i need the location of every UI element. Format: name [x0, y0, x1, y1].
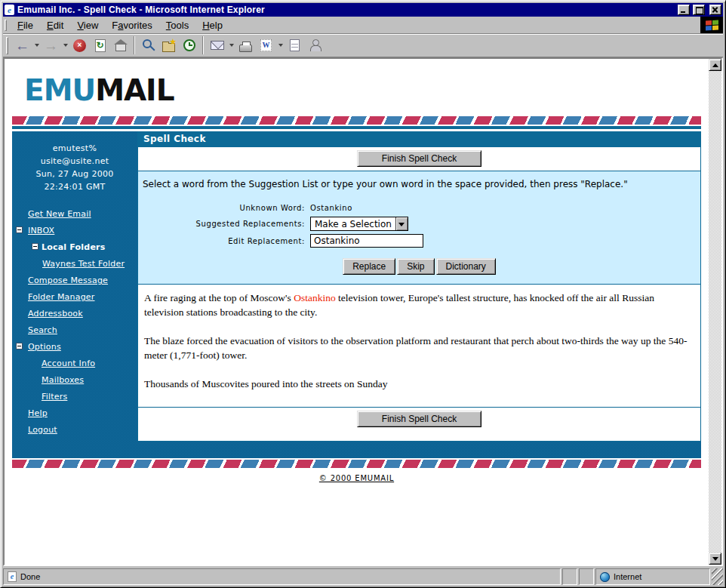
windows-logo-icon	[700, 17, 723, 33]
search-button[interactable]	[138, 35, 158, 55]
copyright: © 2000 EMUMAIL	[5, 474, 709, 482]
scroll-down-button[interactable]	[709, 553, 721, 565]
edit-replacement-label: Edit Replacement:	[138, 237, 310, 245]
word-edit-icon: W	[260, 39, 272, 51]
messenger-icon	[309, 39, 321, 51]
security-zone-pane: Internet	[595, 568, 710, 585]
scroll-up-button[interactable]	[709, 59, 721, 71]
finish-row-bottom: Finish Spell Check	[138, 408, 700, 441]
scrollbar-track[interactable]	[709, 71, 721, 553]
suggested-replacements-select[interactable]: Make a Selection	[310, 217, 408, 231]
sidebar-item-addressbook[interactable]: Addressbook	[12, 309, 137, 319]
menu-help[interactable]: Help	[195, 18, 229, 32]
zone-label: Internet	[614, 572, 641, 581]
mail-button[interactable]	[207, 35, 227, 55]
teal-footer-bar	[12, 442, 701, 458]
back-button[interactable]: ←	[12, 35, 32, 55]
forward-dropdown-button[interactable]	[61, 35, 69, 55]
status-pane-empty-1	[562, 568, 577, 585]
finish-spell-check-button-bottom[interactable]: Finish Spell Check	[357, 411, 481, 427]
stop-icon: ×	[73, 39, 86, 52]
status-bar: e Done Internet	[3, 568, 723, 585]
print-icon	[239, 45, 252, 52]
sidebar-item-folder-manager[interactable]: Folder Manager	[12, 292, 137, 302]
sidebar-item-search[interactable]: Search	[12, 325, 137, 335]
print-button[interactable]	[235, 35, 256, 55]
chevron-down-icon	[63, 44, 68, 49]
history-icon	[183, 39, 195, 51]
favorites-button[interactable]: ★	[158, 35, 179, 55]
edit-replacement-input[interactable]	[310, 234, 423, 248]
sidebar-item-waynes-test-folder[interactable]: Waynes Test Folder	[12, 259, 137, 269]
messenger-button[interactable]	[305, 35, 325, 55]
maximize-button[interactable]	[693, 5, 705, 15]
instruction-text: Select a word from the Suggestion List o…	[138, 177, 700, 199]
sidebar-item-account-info[interactable]: Account Info	[12, 359, 137, 368]
sidebar-item-local-folders[interactable]: Local Folders	[12, 242, 137, 252]
collapse-icon[interactable]	[32, 243, 38, 250]
refresh-button[interactable]: ↻	[90, 35, 110, 55]
web-page: EMUMAIL emutest% usite@usite.net Sun, 27…	[5, 59, 709, 565]
edit-with-word-button[interactable]: W	[256, 35, 276, 55]
back-dropdown-button[interactable]	[32, 35, 41, 55]
date: Sun, 27 Aug 2000	[12, 168, 137, 180]
menu-grip[interactable]	[5, 20, 7, 31]
sidebar-item-filters[interactable]: Filters	[12, 392, 137, 402]
favorites-icon: ★	[162, 43, 175, 52]
discuss-icon	[290, 39, 300, 51]
message-text: A fire raging at the top of Moscow's Ost…	[138, 285, 700, 408]
replace-button[interactable]: Replace	[343, 258, 395, 275]
page-title: Spell Check	[137, 131, 701, 147]
triangle-down-icon	[712, 557, 718, 564]
mail-icon	[211, 41, 224, 50]
menu-edit[interactable]: Edit	[40, 18, 70, 32]
copyright-link[interactable]: © 2000 EMUMAIL	[319, 474, 394, 482]
history-button[interactable]	[179, 35, 199, 55]
mail-dropdown-button[interactable]	[227, 35, 235, 55]
menu-favorites[interactable]: Favorites	[105, 18, 158, 32]
sidebar-item-help[interactable]: Help	[12, 408, 137, 418]
chevron-down-icon	[398, 223, 405, 229]
sidebar-item-compose-message[interactable]: Compose Message	[12, 276, 137, 285]
finish-spell-check-button-top[interactable]: Finish Spell Check	[357, 150, 481, 167]
sidebar-item-options[interactable]: Options	[12, 342, 137, 352]
select-value: Make a Selection	[311, 219, 395, 229]
triangle-up-icon	[712, 60, 718, 67]
status-text: Done	[20, 572, 40, 581]
toolbar-grip[interactable]	[6, 37, 8, 54]
misspelled-word: Ostankino	[294, 292, 336, 303]
discuss-button[interactable]	[285, 35, 305, 55]
sidebar-item-logout[interactable]: Logout	[12, 425, 137, 435]
collapse-icon[interactable]	[16, 226, 23, 233]
username: emutest%	[12, 142, 137, 155]
minimize-button[interactable]	[678, 5, 690, 15]
globe-icon	[600, 572, 610, 582]
toolbar-separator	[134, 36, 135, 54]
dictionary-button[interactable]: Dictionary	[436, 258, 496, 275]
edit-dropdown-button[interactable]	[276, 35, 285, 55]
sidebar: emutest% usite@usite.net Sun, 27 Aug 200…	[12, 131, 137, 442]
forward-button[interactable]: →	[41, 35, 61, 55]
teal-divider-top	[12, 126, 701, 129]
menu-view[interactable]: View	[70, 18, 105, 32]
select-dropdown-button[interactable]	[395, 217, 408, 230]
menu-tools[interactable]: Tools	[159, 18, 195, 32]
stop-button[interactable]: ×	[69, 35, 90, 55]
skip-button[interactable]: Skip	[397, 258, 434, 275]
sidebar-item-mailboxes[interactable]: Mailboxes	[12, 375, 137, 385]
toolbar-separator	[202, 36, 204, 54]
collapse-icon[interactable]	[16, 343, 23, 349]
status-pane-empty-2	[579, 568, 594, 585]
resize-grip[interactable]	[712, 568, 723, 585]
sidebar-nav: Get New Email INBOX Local Folders Waynes…	[12, 209, 137, 435]
time: 22:24:01 GMT	[12, 180, 137, 193]
main-content: Spell Check Finish Spell Check Select a …	[137, 131, 701, 442]
vertical-scrollbar[interactable]	[709, 59, 721, 565]
home-button[interactable]	[110, 35, 131, 55]
chevron-down-icon	[229, 44, 234, 49]
sidebar-item-inbox[interactable]: INBOX	[12, 226, 137, 236]
window-title: Emumail Inc. - Spell Check - Microsoft I…	[17, 5, 675, 15]
menu-file[interactable]: File	[11, 18, 40, 32]
close-button[interactable]	[709, 5, 721, 15]
sidebar-item-get-new-email[interactable]: Get New Email	[12, 209, 137, 219]
